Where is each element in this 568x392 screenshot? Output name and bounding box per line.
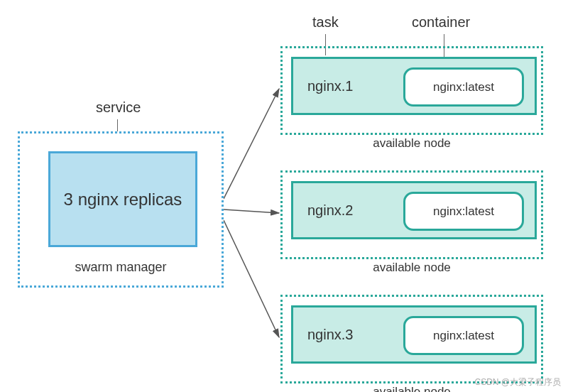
container-image-3: nginx:latest — [433, 329, 494, 343]
container-image-1: nginx:latest — [433, 80, 494, 94]
node-box-3: nginx.3 nginx:latest available node — [280, 295, 543, 383]
container-image-2: nginx:latest — [433, 205, 494, 219]
task-label: task — [312, 14, 339, 31]
service-box: 3 nginx replicas — [48, 151, 197, 247]
service-text: 3 nginx replicas — [64, 188, 182, 210]
node-box-2: nginx.2 nginx:latest available node — [280, 170, 543, 259]
swarm-manager-box: 3 nginx replicas swarm manager — [18, 131, 224, 288]
service-label: service — [96, 99, 141, 116]
task-box-1: nginx.1 nginx:latest — [291, 57, 537, 115]
container-box-1: nginx:latest — [403, 67, 524, 107]
svg-line-2 — [224, 220, 279, 337]
task-name-2: nginx.2 — [307, 202, 386, 219]
svg-line-0 — [224, 89, 279, 199]
swarm-manager-label: swarm manager — [20, 260, 222, 275]
container-label: container — [412, 14, 470, 31]
task-name-3: nginx.3 — [307, 327, 386, 343]
node-label-2: available node — [283, 261, 541, 275]
svg-line-1 — [224, 209, 279, 213]
watermark: CSDN @大梁子程序员 — [474, 376, 561, 388]
node-box-1: nginx.1 nginx:latest available node — [280, 46, 543, 135]
container-box-3: nginx:latest — [403, 316, 524, 355]
task-box-2: nginx.2 nginx:latest — [291, 181, 537, 239]
container-box-2: nginx:latest — [403, 192, 524, 231]
task-box-3: nginx.3 nginx:latest — [291, 305, 537, 364]
task-name-1: nginx.1 — [307, 78, 386, 94]
arrows — [224, 46, 284, 344]
node-label-1: available node — [283, 136, 541, 151]
